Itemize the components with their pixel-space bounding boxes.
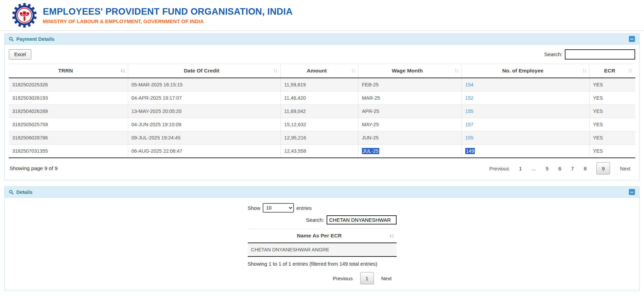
pagination-page-5[interactable]: 5: [546, 166, 549, 171]
sort-both-icon: [582, 68, 587, 73]
cell-ecr: YES: [589, 105, 635, 118]
payment-table-header-row: TRRN Date Of Credit: [9, 64, 635, 78]
column-header-no-of-employee[interactable]: No. of Employee: [462, 64, 589, 78]
payment-search-label: Search:: [544, 51, 562, 57]
payment-toolbar: Excel Search:: [9, 49, 635, 60]
entries-select[interactable]: 10: [263, 203, 294, 213]
cell-ecr: YES: [589, 145, 635, 158]
table-row: 3182506028786 09-JUL-2025 19:24:45 12,95…: [9, 131, 635, 145]
details-pagination-next[interactable]: Next: [381, 276, 392, 281]
details-pagination: Previous 1 Next: [248, 272, 397, 284]
sort-descending-icon: [120, 68, 125, 73]
epfo-logo: [12, 3, 37, 28]
pagination-previous[interactable]: Previous: [489, 166, 509, 171]
pagination-page-9-active[interactable]: 9: [596, 162, 610, 174]
cell-wage-month: JUL-25: [358, 145, 462, 158]
payment-table: TRRN Date Of Credit: [9, 64, 635, 158]
cell-date-of-credit: 13-MAY-2025 20:05:20: [128, 105, 281, 118]
cell-trrn: 3182505025759: [9, 118, 128, 131]
pagination-page-1[interactable]: 1: [519, 166, 522, 171]
employee-count-link[interactable]: 154: [465, 82, 473, 87]
excel-export-button[interactable]: Excel: [9, 49, 31, 60]
collapse-icon[interactable]: [629, 36, 635, 42]
cell-ecr: YES: [589, 131, 635, 145]
payment-panel-heading: Payment Details: [5, 34, 639, 45]
pagination-page-7[interactable]: 7: [571, 166, 574, 171]
payment-panel-title-group: Payment Details: [9, 36, 54, 42]
cell-date-of-credit: 05-MAR-2025 16:15:15: [128, 78, 281, 91]
cell-date-of-credit: 09-JUL-2025 19:24:45: [128, 131, 281, 145]
payment-search-input[interactable]: [565, 49, 635, 60]
cell-wage-month: JUN-25: [358, 131, 462, 145]
payment-panel-title: Payment Details: [16, 36, 54, 42]
entries-length-control: Show 10 entries: [248, 203, 397, 213]
cell-no-of-employee: 154: [462, 78, 589, 91]
cell-amount: 15,12,632: [281, 118, 359, 131]
cell-ecr: YES: [589, 78, 635, 91]
cell-amount: 11,59,819: [281, 78, 359, 91]
cell-no-of-employee: 149: [462, 145, 589, 158]
list-item: CHETAN DNYANESHWAR ANGRE: [248, 243, 397, 256]
employee-count-link[interactable]: 155: [465, 109, 473, 114]
payment-search: Search:: [544, 49, 635, 60]
payment-pagination: Previous 1 ... 5 6 7 8 9 Next: [489, 162, 630, 174]
sort-both-icon: [628, 68, 633, 73]
cell-amount: 11,46,420: [281, 91, 359, 105]
cell-trrn: 3182502025326: [9, 78, 128, 91]
payment-panel-body: Excel Search: TRRN: [5, 45, 639, 180]
column-header-amount[interactable]: Amount: [281, 64, 359, 78]
employee-count-link[interactable]: 157: [465, 122, 473, 127]
details-pagination-previous[interactable]: Previous: [333, 276, 352, 281]
details-center-column: Show 10 entries Search: Name As Per ECR: [248, 203, 397, 284]
cell-date-of-credit: 04-JUN-2025 19:10:09: [128, 118, 281, 131]
table-row: 3182503026193 04-APR-2025 19:17:07 11,46…: [9, 91, 635, 105]
cell-ecr: YES: [589, 91, 635, 105]
details-table: Name As Per ECR CHET: [248, 229, 397, 257]
sort-descending-icon: [389, 233, 394, 238]
details-panel: Details Show 10 entries Search:: [4, 186, 640, 291]
details-pagination-page-1-active[interactable]: 1: [360, 272, 374, 284]
column-header-name-as-per-ecr[interactable]: Name As Per ECR: [248, 229, 397, 243]
pagination-ellipsis: ...: [532, 166, 536, 171]
cell-amount: 12,43,558: [281, 145, 359, 158]
payment-showing-text: Showing page 9 of 9: [10, 165, 57, 171]
cell-no-of-employee: 155: [462, 105, 589, 118]
search-icon: [9, 37, 14, 41]
employee-count-link[interactable]: 149: [465, 148, 475, 154]
details-search-input[interactable]: [327, 215, 397, 224]
employee-count-link[interactable]: 152: [465, 95, 473, 101]
column-header-trrn[interactable]: TRRN: [9, 64, 128, 78]
cell-wage-month: MAY-25: [358, 118, 462, 131]
details-table-header-row: Name As Per ECR: [248, 229, 397, 243]
table-row: 3182507031355 06-AUG-2025 22:08:47 12,43…: [9, 145, 635, 158]
pagination-page-8[interactable]: 8: [584, 166, 587, 171]
column-header-date-of-credit[interactable]: Date Of Credit: [128, 64, 281, 78]
details-search-label: Search:: [306, 217, 324, 223]
cell-trrn: 3182506028786: [9, 131, 128, 145]
cell-wage-month: APR-25: [358, 105, 462, 118]
cell-date-of-credit: 06-AUG-2025 22:08:47: [128, 145, 281, 158]
cell-no-of-employee: 155: [462, 131, 589, 145]
details-panel-body: Show 10 entries Search: Name As Per ECR: [5, 198, 639, 290]
sort-both-icon: [351, 68, 356, 73]
table-row: 3182502025326 05-MAR-2025 16:15:15 11,59…: [9, 78, 635, 91]
cell-ecr: YES: [589, 118, 635, 131]
table-row: 3182505025759 04-JUN-2025 19:10:09 15,12…: [9, 118, 635, 131]
table-row: 3182504026289 13-MAY-2025 20:05:20 11,69…: [9, 105, 635, 118]
cell-trrn: 3182507031355: [9, 145, 128, 158]
payment-details-panel: Payment Details Excel Search: TRRN: [4, 33, 640, 180]
cell-trrn: 3182504026289: [9, 105, 128, 118]
column-header-wage-month[interactable]: Wage Month: [358, 64, 462, 78]
cell-wage-month: FEB-25: [358, 78, 462, 91]
brand-block: EMPLOYEES' PROVIDENT FUND ORGANISATION, …: [43, 6, 293, 24]
pagination-next[interactable]: Next: [620, 166, 630, 171]
site-header: EMPLOYEES' PROVIDENT FUND ORGANISATION, …: [0, 0, 644, 31]
employee-count-link[interactable]: 155: [465, 135, 473, 140]
selected-text: JUL-25: [362, 148, 379, 154]
cell-no-of-employee: 157: [462, 118, 589, 131]
column-header-ecr[interactable]: ECR: [589, 64, 635, 78]
collapse-icon[interactable]: [629, 189, 635, 195]
search-icon: [9, 190, 14, 195]
org-subtitle: MINISTRY OF LABOUR & EMPLOYMENT, GOVERNM…: [43, 18, 293, 24]
pagination-page-6[interactable]: 6: [558, 166, 561, 171]
